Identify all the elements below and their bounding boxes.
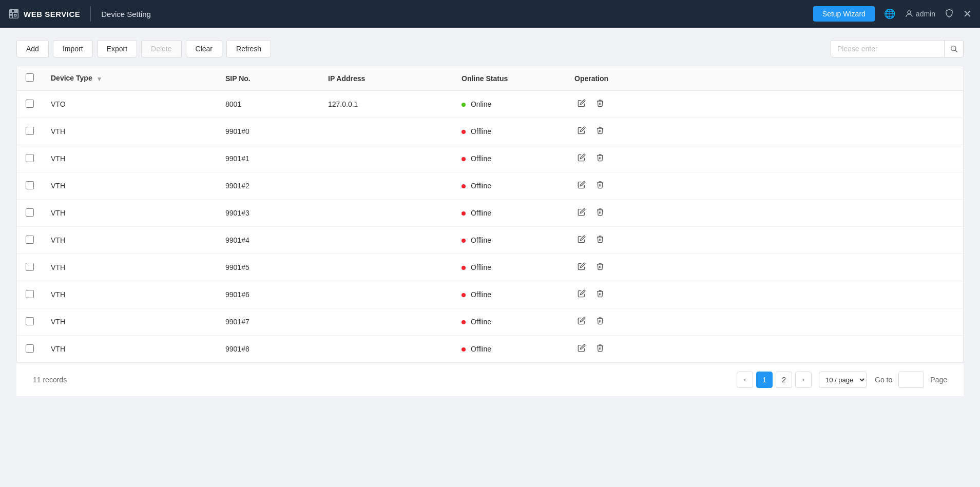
edit-button[interactable] xyxy=(574,125,589,138)
row-device-type: VTH xyxy=(43,281,217,308)
row-checkbox[interactable] xyxy=(26,154,34,162)
status-dot xyxy=(462,130,466,134)
filter-icon[interactable]: ▼ xyxy=(97,75,103,83)
svg-rect-1 xyxy=(14,14,16,16)
status-text: Offline xyxy=(471,154,491,163)
status-text: Offline xyxy=(471,263,491,271)
row-device-type: VTH xyxy=(43,172,217,200)
user-icon xyxy=(905,9,914,18)
row-checkbox[interactable] xyxy=(26,317,34,325)
row-device-type: VTH xyxy=(43,145,217,172)
svg-rect-2 xyxy=(14,11,15,12)
row-checkbox-cell xyxy=(17,91,43,118)
delete-row-button[interactable] xyxy=(593,261,607,274)
row-sip-no: 9901#0 xyxy=(217,118,320,145)
row-checkbox[interactable] xyxy=(26,263,34,271)
svg-point-7 xyxy=(951,46,956,51)
edit-button[interactable] xyxy=(574,207,589,219)
row-checkbox-cell xyxy=(17,308,43,336)
table-body: VTO 8001 127.0.0.1 Online xyxy=(17,91,963,363)
edit-button[interactable] xyxy=(574,316,589,328)
row-sip-no: 9901#5 xyxy=(217,254,320,281)
shield-icon-svg xyxy=(945,8,954,17)
row-checkbox[interactable] xyxy=(26,236,34,244)
row-checkbox[interactable] xyxy=(26,181,34,189)
edit-icon xyxy=(578,153,586,162)
row-checkbox[interactable] xyxy=(26,344,34,353)
table-row: VTH 9901#1 Offline xyxy=(17,145,963,172)
row-checkbox-cell xyxy=(17,118,43,145)
setup-wizard-button[interactable]: Setup Wizard xyxy=(813,6,875,22)
row-operation xyxy=(566,227,963,254)
delete-row-button[interactable] xyxy=(593,152,607,165)
globe-icon[interactable]: 🌐 xyxy=(884,8,895,20)
status-text: Offline xyxy=(471,182,491,190)
main-content: Add Import Export Delete Clear Refresh xyxy=(0,28,980,408)
edit-button[interactable] xyxy=(574,234,589,246)
status-text: Online xyxy=(471,100,491,108)
edit-button[interactable] xyxy=(574,343,589,355)
page-2-button[interactable]: 2 xyxy=(776,372,792,388)
svg-rect-4 xyxy=(11,11,12,12)
row-sip-no: 9901#8 xyxy=(217,336,320,363)
delete-row-button[interactable] xyxy=(593,98,607,110)
prev-page-button[interactable]: ‹ xyxy=(737,372,753,388)
table-footer: 11 records ‹ 1 2 › 10 / page 20 / page 5… xyxy=(16,363,964,396)
delete-row-button[interactable] xyxy=(593,125,607,138)
search-input[interactable] xyxy=(831,45,944,53)
close-icon[interactable]: ✕ xyxy=(963,8,972,20)
row-operation xyxy=(566,145,963,172)
clear-button[interactable]: Clear xyxy=(186,40,222,57)
status-dot xyxy=(462,211,466,216)
delete-row-button[interactable] xyxy=(593,207,607,219)
delete-row-button[interactable] xyxy=(593,343,607,355)
delete-button[interactable]: Delete xyxy=(141,40,181,57)
row-online-status: Offline xyxy=(453,200,566,227)
delete-row-button[interactable] xyxy=(593,180,607,192)
delete-row-button[interactable] xyxy=(593,288,607,301)
next-page-button[interactable]: › xyxy=(795,372,812,388)
header-online-status: Online Status xyxy=(453,66,566,91)
export-button[interactable]: Export xyxy=(97,40,137,57)
page-size-select[interactable]: 10 / page 20 / page 50 / page xyxy=(819,372,867,388)
edit-button[interactable] xyxy=(574,152,589,165)
header-ip-address: IP Address xyxy=(320,66,453,91)
row-device-type: VTH xyxy=(43,336,217,363)
select-all-checkbox[interactable] xyxy=(26,73,34,82)
row-operation xyxy=(566,336,963,363)
row-checkbox[interactable] xyxy=(26,208,34,217)
shield-icon[interactable] xyxy=(945,8,954,20)
row-sip-no: 9901#2 xyxy=(217,172,320,200)
admin-user[interactable]: admin xyxy=(905,9,935,18)
row-device-type: VTH xyxy=(43,118,217,145)
svg-line-8 xyxy=(955,50,957,52)
row-operation xyxy=(566,118,963,145)
admin-label: admin xyxy=(916,10,935,18)
svg-point-6 xyxy=(908,11,911,14)
header-right: Setup Wizard 🌐 admin ✕ xyxy=(813,6,972,22)
page-1-button[interactable]: 1 xyxy=(756,372,773,388)
table-row: VTH 9901#2 Offline xyxy=(17,172,963,200)
import-button[interactable]: Import xyxy=(53,40,93,57)
toolbar: Add Import Export Delete Clear Refresh xyxy=(16,40,964,57)
edit-button[interactable] xyxy=(574,261,589,274)
delete-row-button[interactable] xyxy=(593,234,607,246)
goto-input[interactable] xyxy=(898,372,924,388)
edit-icon xyxy=(578,317,586,325)
delete-row-button[interactable] xyxy=(593,316,607,328)
row-checkbox[interactable] xyxy=(26,100,34,108)
table-row: VTH 9901#0 Offline xyxy=(17,118,963,145)
row-ip-address xyxy=(320,200,453,227)
refresh-button[interactable]: Refresh xyxy=(226,40,271,57)
edit-button[interactable] xyxy=(574,98,589,110)
app-name: WEB SERVICE xyxy=(24,10,80,18)
row-checkbox[interactable] xyxy=(26,127,34,135)
edit-button[interactable] xyxy=(574,180,589,192)
row-checkbox[interactable] xyxy=(26,290,34,298)
row-online-status: Offline xyxy=(453,254,566,281)
edit-button[interactable] xyxy=(574,288,589,301)
search-button[interactable] xyxy=(944,41,963,57)
row-checkbox-cell xyxy=(17,172,43,200)
add-button[interactable]: Add xyxy=(16,40,49,57)
row-operation xyxy=(566,172,963,200)
